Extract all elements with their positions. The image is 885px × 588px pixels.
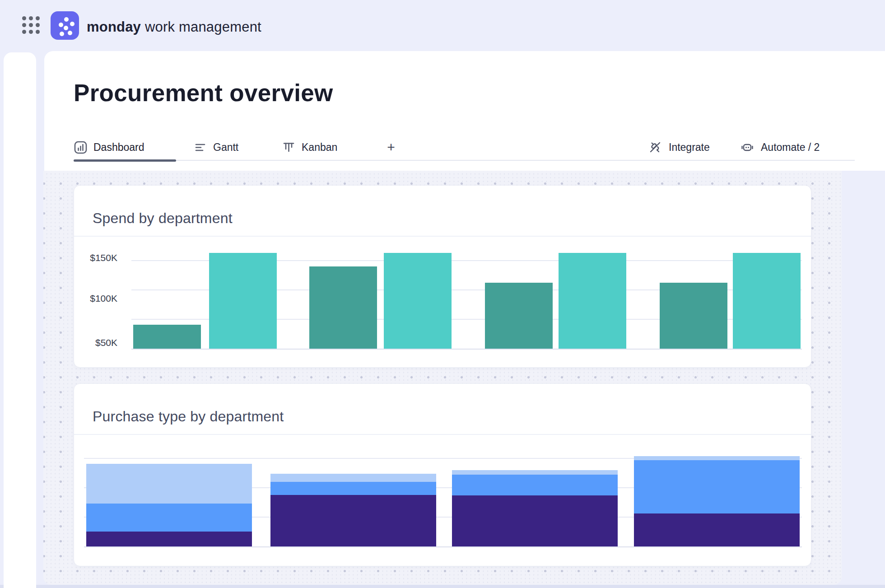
y-axis-tick-label: $150K: [78, 252, 117, 263]
top-bar: monday work management: [0, 0, 885, 51]
integrate-button[interactable]: Integrate: [647, 136, 710, 158]
stacked-blue-segment[interactable]: [634, 460, 800, 513]
bar-light-teal-series[interactable]: [559, 253, 626, 349]
stacked-dark-purple-segment[interactable]: [86, 532, 252, 546]
tab-dashboard-label: Dashboard: [93, 141, 144, 154]
bar-dark-teal-series[interactable]: [660, 283, 727, 349]
integrate-icon: [647, 140, 663, 155]
dashboard-icon: [74, 140, 88, 154]
stacked-light-blue-segment[interactable]: [634, 456, 800, 460]
y-axis-tick-label: $100K: [78, 293, 117, 304]
brand-rest: work management: [141, 19, 261, 35]
automate-icon: [740, 140, 755, 155]
brand-bold: monday: [87, 19, 141, 35]
bar-dark-teal-series[interactable]: [485, 283, 553, 349]
gantt-icon: [193, 140, 207, 154]
left-sidebar[interactable]: [4, 52, 36, 588]
active-tab-underline: [74, 159, 176, 162]
chart-card-purchase-type-by-department: Purchase type by department: [74, 383, 811, 566]
bar-dark-teal-series[interactable]: [133, 325, 201, 349]
apps-grid-icon[interactable]: [21, 15, 42, 37]
monday-logo[interactable]: [51, 11, 79, 40]
tab-gantt[interactable]: Gantt: [193, 136, 238, 158]
stacked-light-blue-segment[interactable]: [86, 464, 252, 504]
screen: monday work management Procurement overv…: [0, 0, 885, 588]
tab-kanban-label: Kanban: [302, 141, 337, 154]
bar-dark-teal-series[interactable]: [309, 266, 377, 349]
header-card: Procurement overview Dashboard Gantt: [44, 51, 885, 171]
tabs-divider: [74, 160, 855, 161]
bar-light-teal-series[interactable]: [209, 253, 277, 349]
y-axis-tick-label: $50K: [78, 337, 117, 348]
stacked-blue-segment[interactable]: [452, 475, 618, 495]
chart-title: Spend by department: [93, 210, 233, 227]
card-title-divider: [74, 434, 811, 435]
stacked-dark-purple-segment[interactable]: [270, 495, 436, 546]
stacked-light-blue-segment[interactable]: [270, 474, 436, 482]
bottom-edge-strip: [0, 585, 885, 588]
tab-kanban[interactable]: Kanban: [282, 136, 337, 158]
tab-dashboard[interactable]: Dashboard: [74, 136, 144, 158]
card-title-divider: [74, 236, 811, 237]
chart-title: Purchase type by department: [93, 408, 284, 425]
automate-label: Automate / 2: [761, 141, 820, 154]
stacked-blue-segment[interactable]: [86, 504, 252, 532]
stacked-blue-segment[interactable]: [270, 482, 436, 495]
integrate-label: Integrate: [669, 141, 710, 154]
x-axis-baseline: [84, 546, 802, 547]
stacked-light-blue-segment[interactable]: [452, 470, 618, 475]
stacked-dark-purple-segment[interactable]: [634, 513, 800, 546]
tab-gantt-label: Gantt: [213, 141, 238, 154]
brand-text: monday work management: [87, 19, 261, 35]
add-view-button[interactable]: +: [382, 138, 400, 156]
chart-card-spend-by-department: Spend by department $150K$100K$50K: [74, 185, 811, 368]
stacked-dark-purple-segment[interactable]: [452, 495, 618, 546]
automate-button[interactable]: Automate / 2: [740, 136, 820, 158]
x-axis-baseline: [131, 349, 802, 350]
page-title: Procurement overview: [74, 79, 333, 107]
kanban-icon: [282, 140, 296, 154]
bar-light-teal-series[interactable]: [733, 253, 801, 349]
bar-light-teal-series[interactable]: [384, 253, 452, 349]
